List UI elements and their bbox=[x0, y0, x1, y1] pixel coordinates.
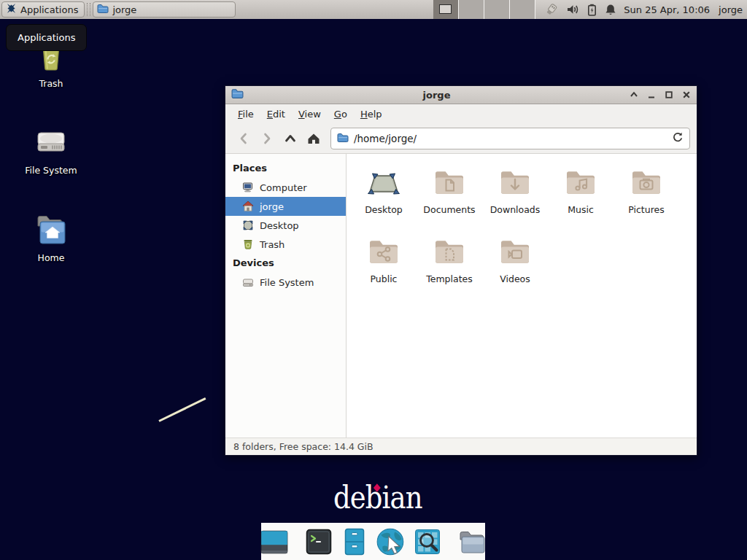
terminal-launcher[interactable] bbox=[303, 526, 334, 558]
window-folder-icon bbox=[97, 4, 109, 16]
downloads-folder-icon bbox=[498, 164, 533, 199]
reload-button[interactable] bbox=[672, 131, 684, 146]
taskbar-window-button[interactable]: jorge bbox=[93, 1, 236, 18]
panel-username[interactable]: jorge bbox=[719, 4, 743, 15]
desktop-settings-icon bbox=[258, 526, 290, 558]
sidebar: Places Computer jorge Desktop Trash bbox=[225, 154, 347, 438]
menu-view[interactable]: View bbox=[292, 106, 328, 122]
workspace-4[interactable] bbox=[510, 0, 535, 19]
file-cabinet-launcher[interactable] bbox=[339, 526, 370, 558]
app-finder-icon bbox=[412, 526, 443, 557]
sidebar-item-trash[interactable]: Trash bbox=[225, 235, 346, 254]
file-grid: Desktop Documents Do bbox=[347, 154, 697, 438]
computer-icon bbox=[242, 182, 254, 193]
file-item-documents[interactable]: Documents bbox=[418, 163, 481, 232]
window-controls bbox=[630, 90, 691, 99]
file-item-templates[interactable]: Templates bbox=[418, 232, 481, 301]
maximize-button[interactable] bbox=[665, 90, 673, 99]
desktop-icon-label: File System bbox=[25, 165, 77, 176]
battery-icon[interactable] bbox=[587, 4, 597, 16]
file-item-music[interactable]: Music bbox=[549, 163, 612, 232]
forward-button[interactable] bbox=[255, 128, 279, 149]
location-folder-icon bbox=[337, 132, 349, 146]
file-label: Videos bbox=[500, 273, 530, 284]
file-item-desktop[interactable]: Desktop bbox=[352, 163, 415, 232]
menu-file[interactable]: File bbox=[231, 106, 260, 122]
removable-media-icon[interactable] bbox=[544, 4, 559, 16]
desktop-settings-launcher[interactable] bbox=[258, 526, 290, 558]
menu-go[interactable]: Go bbox=[328, 106, 354, 122]
file-item-downloads[interactable]: Downloads bbox=[484, 163, 546, 232]
file-manager-window: jorge File Edit View Go Help bbox=[225, 85, 697, 456]
location-bar[interactable]: /home/jorge/ bbox=[330, 128, 690, 149]
panel-handle[interactable] bbox=[87, 3, 90, 16]
location-path[interactable]: /home/jorge/ bbox=[354, 133, 667, 144]
sidebar-item-computer[interactable]: Computer bbox=[225, 178, 346, 197]
window-folder-icon bbox=[231, 88, 244, 102]
bottom-dock bbox=[261, 523, 485, 560]
back-button[interactable] bbox=[232, 128, 255, 149]
volume-icon[interactable] bbox=[567, 4, 579, 15]
sidebar-item-label: jorge bbox=[260, 201, 284, 212]
close-button[interactable] bbox=[682, 90, 691, 99]
trash-icon bbox=[242, 238, 254, 250]
file-item-videos[interactable]: Videos bbox=[484, 232, 546, 301]
sidebar-item-desktop[interactable]: Desktop bbox=[225, 216, 346, 235]
templates-folder-icon bbox=[432, 233, 467, 268]
window-titlebar[interactable]: jorge bbox=[225, 86, 697, 104]
file-manager-launcher[interactable] bbox=[456, 526, 488, 558]
file-label: Documents bbox=[423, 204, 475, 215]
notifications-bell-icon[interactable] bbox=[605, 4, 616, 16]
web-browser-launcher[interactable] bbox=[375, 526, 407, 558]
sidebar-header-devices: Devices bbox=[225, 254, 346, 273]
file-label: Desktop bbox=[365, 204, 403, 215]
system-tray bbox=[544, 4, 616, 16]
reload-icon bbox=[672, 131, 684, 143]
panel-clock[interactable]: Sun 25 Apr, 10:06 bbox=[624, 4, 710, 15]
file-item-public[interactable]: Public bbox=[352, 232, 415, 301]
sidebar-item-label: Desktop bbox=[260, 220, 299, 231]
menu-help[interactable]: Help bbox=[354, 106, 389, 122]
desktop: Applications jorge bbox=[0, 0, 747, 560]
statusbar: 8 folders, Free space: 14.4 GiB bbox=[225, 438, 697, 455]
workspace-switcher bbox=[433, 0, 535, 19]
workspace-window-preview bbox=[439, 4, 452, 14]
home-button[interactable] bbox=[302, 128, 325, 149]
file-cabinet-icon bbox=[339, 526, 370, 557]
minimize-button[interactable] bbox=[647, 90, 656, 99]
file-label: Templates bbox=[426, 273, 473, 284]
desktop-icon-file-system[interactable]: File System bbox=[18, 124, 84, 176]
home-icon bbox=[306, 132, 321, 145]
desktop-folder-icon bbox=[365, 164, 403, 199]
taskbar-window-label: jorge bbox=[112, 4, 136, 15]
workspace-3[interactable] bbox=[484, 0, 510, 19]
desktop-icon-home[interactable]: Home bbox=[18, 211, 84, 263]
sidebar-item-label: File System bbox=[260, 277, 314, 288]
file-manager-folder-icon bbox=[456, 526, 488, 557]
file-label: Public bbox=[371, 273, 398, 284]
up-button[interactable] bbox=[279, 128, 302, 149]
menubar: File Edit View Go Help bbox=[225, 104, 697, 124]
file-item-pictures[interactable]: Pictures bbox=[615, 163, 678, 232]
workspace-2[interactable] bbox=[459, 0, 484, 19]
file-label: Music bbox=[568, 204, 594, 215]
window-title: jorge bbox=[244, 90, 630, 101]
applications-tooltip: Applications bbox=[6, 24, 87, 51]
menu-edit[interactable]: Edit bbox=[260, 106, 292, 122]
file-label: Downloads bbox=[490, 204, 541, 215]
applications-menu-button[interactable]: Applications bbox=[1, 1, 85, 18]
web-browser-icon bbox=[375, 526, 407, 558]
xfce-applications-icon bbox=[6, 3, 17, 16]
user-home-icon bbox=[242, 201, 254, 212]
sidebar-item-label: Computer bbox=[260, 182, 307, 193]
sidebar-item-jorge[interactable]: jorge bbox=[225, 197, 346, 216]
music-folder-icon bbox=[563, 164, 598, 199]
public-folder-icon bbox=[366, 233, 401, 268]
top-panel: Applications jorge bbox=[0, 0, 747, 19]
shade-button[interactable] bbox=[630, 90, 638, 99]
app-finder-launcher[interactable] bbox=[412, 526, 443, 558]
file-label: Pictures bbox=[628, 204, 665, 215]
workspace-1[interactable] bbox=[433, 0, 459, 19]
sidebar-item-file-system[interactable]: File System bbox=[225, 273, 346, 292]
sidebar-header-places: Places bbox=[225, 159, 346, 178]
